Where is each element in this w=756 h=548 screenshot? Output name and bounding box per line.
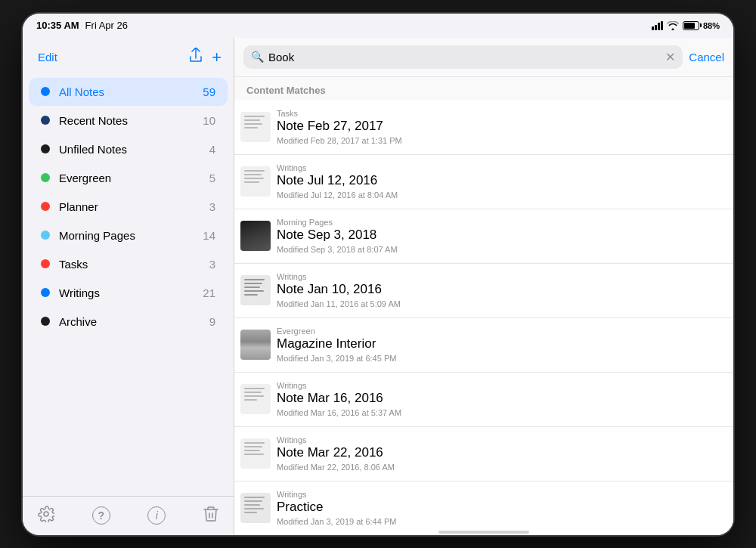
cancel-button[interactable]: Cancel bbox=[689, 51, 724, 63]
dot-icon bbox=[41, 288, 50, 297]
note-item[interactable]: Writings Note Mar 22, 2016 Modified Mar … bbox=[234, 427, 733, 481]
status-time: 10:35 AM bbox=[36, 20, 79, 31]
sidebar-item-archive[interactable]: Archive 9 bbox=[29, 308, 228, 336]
note-title: Note Mar 22, 2016 bbox=[277, 445, 724, 460]
sidebar-item-label: Evergreen bbox=[59, 172, 200, 184]
sidebar-item-tasks[interactable]: Tasks 3 bbox=[29, 250, 228, 278]
search-clear-button[interactable]: ✕ bbox=[665, 50, 675, 64]
note-thumbnail bbox=[234, 318, 277, 372]
note-thumbnail bbox=[234, 427, 277, 481]
search-input[interactable] bbox=[268, 51, 661, 63]
note-date: Modified Mar 22, 2016, 8:06 AM bbox=[277, 463, 724, 472]
dot-icon bbox=[41, 116, 50, 125]
sidebar-item-count: 4 bbox=[209, 143, 215, 156]
help-button[interactable]: ? bbox=[92, 506, 110, 525]
note-folder: Writings bbox=[277, 435, 724, 444]
sidebar-item-label: All Notes bbox=[59, 85, 194, 98]
sidebar-item-count: 10 bbox=[203, 114, 215, 127]
sidebar-item-all-notes[interactable]: All Notes 59 bbox=[29, 78, 228, 106]
sidebar-item-evergreen[interactable]: Evergreen 5 bbox=[29, 164, 228, 192]
note-date: Modified Jan 11, 2016 at 5:09 AM bbox=[277, 299, 724, 308]
search-bar: 🔍 ✕ Cancel bbox=[234, 38, 733, 77]
note-title: Practice bbox=[277, 500, 724, 515]
info-button[interactable]: i bbox=[147, 506, 166, 525]
sidebar-item-label: Planner bbox=[59, 200, 200, 213]
sidebar-toolbar: Edit + bbox=[23, 38, 234, 77]
note-date: Modified Feb 28, 2017 at 1:31 PM bbox=[277, 136, 724, 145]
sidebar-item-count: 9 bbox=[209, 315, 215, 328]
sidebar-item-unfiled-notes[interactable]: Unfiled Notes 4 bbox=[29, 135, 228, 163]
dot-icon bbox=[41, 259, 50, 268]
dot-icon bbox=[41, 231, 50, 240]
sidebar-item-label: Morning Pages bbox=[59, 229, 194, 242]
note-item[interactable]: Writings Note Jan 10, 2016 Modified Jan … bbox=[234, 264, 733, 318]
note-info: Writings Note Jul 12, 2016 Modified Jul … bbox=[277, 155, 733, 209]
content-matches-header: Content Matches bbox=[234, 77, 733, 101]
note-item[interactable]: Writings Note Mar 16, 2016 Modified Mar … bbox=[234, 373, 733, 427]
dot-icon bbox=[41, 202, 50, 211]
share-button[interactable] bbox=[189, 48, 203, 67]
home-indicator bbox=[234, 531, 733, 535]
note-item[interactable]: Tasks Note Feb 27, 2017 Modified Feb 28,… bbox=[234, 101, 733, 155]
sidebar-item-recent-notes[interactable]: Recent Notes 10 bbox=[29, 107, 228, 135]
search-icon: 🔍 bbox=[251, 51, 264, 63]
sidebar-item-label: Unfiled Notes bbox=[59, 143, 200, 156]
note-thumbnail bbox=[234, 101, 277, 154]
note-thumbnail bbox=[234, 264, 277, 317]
note-folder: Tasks bbox=[277, 109, 724, 118]
edit-button[interactable]: Edit bbox=[35, 48, 60, 67]
note-folder: Writings bbox=[277, 490, 724, 499]
sidebar: Edit + All Notes 59 bbox=[23, 38, 234, 535]
sidebar-item-label: Tasks bbox=[59, 258, 200, 271]
note-item[interactable]: Morning Pages Note Sep 3, 2018 Modified … bbox=[234, 209, 733, 264]
status-icons: 88% bbox=[652, 21, 720, 30]
note-item[interactable]: Evergreen Magazine Interior Modified Jan… bbox=[234, 318, 733, 373]
sidebar-item-morning-pages[interactable]: Morning Pages 14 bbox=[29, 221, 228, 249]
screen: 10:35 AM Fri Apr 26 bbox=[23, 14, 733, 535]
sidebar-item-count: 59 bbox=[203, 85, 215, 98]
note-title: Note Sep 3, 2018 bbox=[277, 228, 724, 243]
note-thumbnail bbox=[234, 209, 277, 263]
status-date: Fri Apr 26 bbox=[85, 20, 128, 31]
note-date: Modified Jan 3, 2019 at 6:45 PM bbox=[277, 354, 724, 363]
trash-button[interactable] bbox=[203, 506, 218, 526]
note-folder: Writings bbox=[277, 381, 724, 390]
note-date: Modified Jul 12, 2016 at 8:04 AM bbox=[277, 190, 724, 200]
note-item[interactable]: Writings Note Jul 12, 2016 Modified Jul … bbox=[234, 155, 733, 209]
dot-icon bbox=[41, 144, 50, 153]
settings-button[interactable] bbox=[38, 506, 54, 526]
signal-icon bbox=[652, 21, 663, 30]
note-info: Writings Practice Modified Jan 3, 2019 a… bbox=[277, 481, 733, 531]
note-info: Tasks Note Feb 27, 2017 Modified Feb 28,… bbox=[277, 101, 733, 154]
status-bar: 10:35 AM Fri Apr 26 bbox=[23, 14, 733, 38]
note-thumbnail bbox=[234, 373, 277, 426]
settings-icon bbox=[38, 506, 54, 522]
sidebar-item-count: 21 bbox=[203, 286, 215, 299]
battery-icon: 88% bbox=[683, 21, 720, 30]
trash-icon bbox=[203, 506, 218, 522]
note-title: Note Jul 12, 2016 bbox=[277, 173, 724, 188]
note-info: Writings Note Mar 22, 2016 Modified Mar … bbox=[277, 427, 733, 481]
note-info: Morning Pages Note Sep 3, 2018 Modified … bbox=[277, 209, 733, 263]
sidebar-item-writings[interactable]: Writings 21 bbox=[29, 279, 228, 307]
search-input-wrapper: 🔍 ✕ bbox=[243, 45, 683, 69]
note-folder: Evergreen bbox=[277, 327, 724, 336]
note-item[interactable]: Writings Practice Modified Jan 3, 2019 a… bbox=[234, 481, 733, 531]
main-content: Edit + All Notes 59 bbox=[23, 38, 733, 535]
dot-icon bbox=[41, 173, 50, 182]
content-panel: 🔍 ✕ Cancel Content Matches bbox=[234, 38, 733, 535]
device-frame: 10:35 AM Fri Apr 26 bbox=[23, 14, 733, 535]
note-info: Writings Note Jan 10, 2016 Modified Jan … bbox=[277, 264, 733, 317]
sidebar-list: All Notes 59 Recent Notes 10 Unfiled Not… bbox=[23, 77, 234, 496]
add-button[interactable]: + bbox=[212, 48, 222, 67]
note-thumbnail bbox=[234, 481, 277, 531]
note-date: Modified Sep 3, 2018 at 8:07 AM bbox=[277, 245, 724, 254]
sidebar-item-label: Archive bbox=[59, 315, 200, 328]
note-title: Note Feb 27, 2017 bbox=[277, 119, 724, 134]
dot-icon bbox=[41, 87, 50, 96]
note-info: Evergreen Magazine Interior Modified Jan… bbox=[277, 318, 733, 372]
sidebar-item-count: 3 bbox=[209, 258, 215, 271]
note-date: Modified Mar 16, 2016 at 5:37 AM bbox=[277, 408, 724, 417]
note-title: Note Mar 16, 2016 bbox=[277, 391, 724, 406]
sidebar-item-planner[interactable]: Planner 3 bbox=[29, 193, 228, 221]
